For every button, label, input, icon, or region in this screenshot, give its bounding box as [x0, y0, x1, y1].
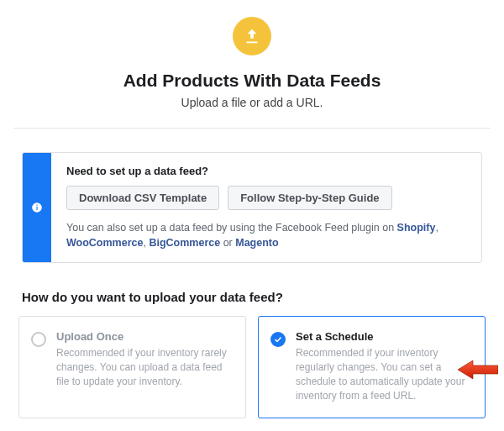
info-panel: Need to set up a data feed? Download CSV…: [22, 152, 482, 263]
download-csv-template-button[interactable]: Download CSV Template: [66, 186, 219, 210]
check-icon: [273, 334, 283, 344]
option-set-schedule[interactable]: Set a Schedule Recommended if your inven…: [258, 316, 486, 418]
info-icon: [31, 202, 43, 213]
option-desc: Recommended if your inventory rarely cha…: [56, 346, 234, 388]
option-title: Upload Once: [56, 330, 234, 343]
option-desc: Recommended if your inventory regularly …: [296, 346, 473, 402]
upload-method-question: How do you want to upload your data feed…: [22, 290, 482, 304]
hero-section: Add Products With Data Feeds Upload a fi…: [13, 12, 491, 129]
magento-link[interactable]: Magento: [235, 237, 278, 249]
shopify-link[interactable]: Shopify: [397, 222, 436, 234]
woocommerce-link[interactable]: WooCommerce: [66, 237, 143, 249]
page-container: Add Products With Data Feeds Upload a fi…: [0, 0, 504, 431]
svg-rect-2: [36, 205, 37, 206]
option-upload-once[interactable]: Upload Once Recommended if your inventor…: [18, 316, 246, 418]
help-prefix: You can also set up a data feed by using…: [66, 222, 397, 234]
page-title: Add Products With Data Feeds: [13, 71, 491, 91]
help-or: or: [220, 237, 235, 249]
info-body: Need to set up a data feed? Download CSV…: [51, 153, 481, 262]
option-title: Set a Schedule: [296, 330, 473, 343]
follow-guide-button[interactable]: Follow Step-by-Step Guide: [228, 186, 391, 210]
info-stripe: [23, 153, 51, 262]
upload-icon: [233, 17, 271, 55]
radio-set-schedule[interactable]: [270, 332, 286, 347]
info-button-row: Download CSV Template Follow Step-by-Ste…: [66, 186, 468, 210]
svg-rect-1: [36, 207, 37, 210]
info-help-text: You can also set up a data feed by using…: [66, 220, 468, 250]
radio-upload-once[interactable]: [31, 332, 46, 347]
upload-options: Upload Once Recommended if your inventor…: [18, 316, 486, 418]
info-question: Need to set up a data feed?: [66, 165, 468, 177]
page-subtitle: Upload a file or add a URL.: [13, 96, 491, 109]
bigcommerce-link[interactable]: BigCommerce: [149, 237, 220, 249]
annotation-arrow: [456, 359, 498, 381]
